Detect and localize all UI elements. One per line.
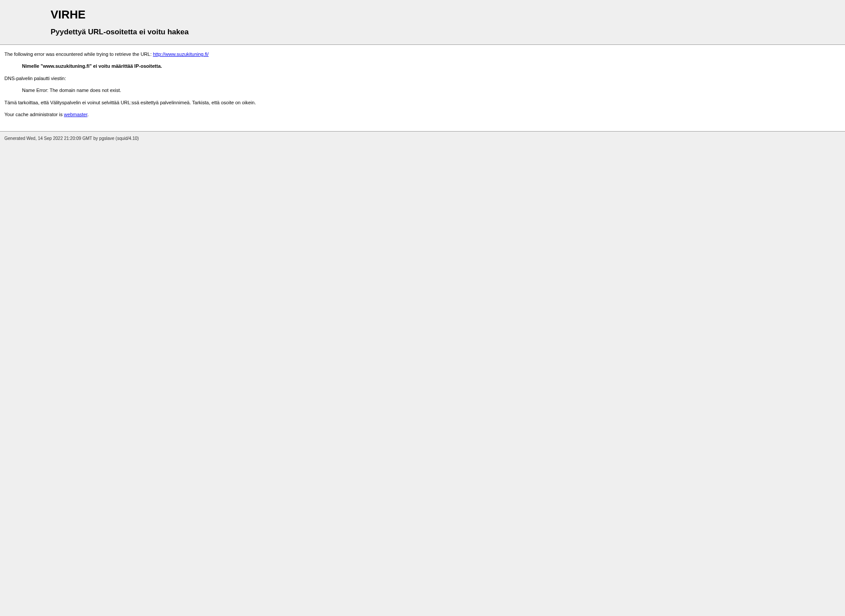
- dns-message-label: DNS-palvelin palautti viestin:: [4, 75, 841, 82]
- requested-url-link[interactable]: http://www.suzukituning.fi/: [153, 51, 209, 57]
- webmaster-link[interactable]: webmaster: [64, 112, 87, 117]
- cache-admin-suffix: .: [88, 112, 89, 117]
- cache-admin-line: Your cache administrator is webmaster.: [4, 111, 841, 118]
- dns-message: Name Error: The domain name does not exi…: [22, 87, 841, 94]
- error-header: VIRHE Pyydettyä URL-osoitetta ei voitu h…: [0, 0, 845, 44]
- generated-timestamp: Generated Wed, 14 Sep 2022 21:20:09 GMT …: [4, 136, 841, 141]
- cache-admin-text: Your cache administrator is: [4, 112, 64, 117]
- error-title: VIRHE: [51, 8, 845, 22]
- error-intro-text: The following error was encountered whil…: [4, 51, 153, 57]
- error-intro-line: The following error was encountered whil…: [4, 51, 841, 58]
- error-content: The following error was encountered whil…: [0, 45, 845, 131]
- footer: Generated Wed, 14 Sep 2022 21:20:09 GMT …: [0, 132, 845, 145]
- error-subtitle: Pyydettyä URL-osoitetta ei voitu hakea: [51, 28, 845, 37]
- explanation-text: Tämä tarkoittaa, että Välityspalvelin ei…: [4, 99, 841, 106]
- error-name-message: Nimelle "www.suzukituning.fi" ei voitu m…: [22, 63, 841, 70]
